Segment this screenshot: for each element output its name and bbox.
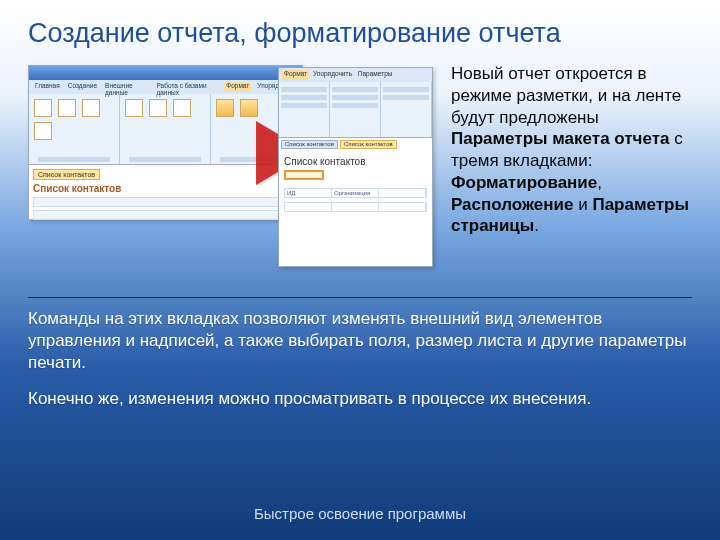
footer-text: Быстрое освоение программы (0, 505, 720, 522)
table-row (33, 210, 298, 220)
ribbon-button-icon (216, 99, 234, 117)
tab: Главная (33, 82, 62, 92)
report-title: Список контактов (284, 156, 427, 167)
document-tab: Список контактов (33, 169, 100, 180)
ribbon-button-icon (125, 99, 143, 117)
slide-title: Создание отчета, форматирование отчета (28, 18, 692, 49)
text: , (597, 173, 602, 192)
tab: Упорядочить (311, 70, 354, 80)
ribbon-tabs: Формат Упорядочить Параметры (279, 68, 432, 82)
bold-text: Расположение (451, 195, 573, 214)
ribbon-group (330, 82, 381, 137)
screenshot-area: Главная Создание Внешние данные Работа с… (28, 61, 433, 291)
ribbon-group (381, 82, 432, 137)
table-header-row: ИД Организация (284, 188, 427, 198)
ribbon-button-icon (34, 122, 52, 140)
column-header: Организация (332, 189, 379, 197)
ribbon-group (29, 94, 120, 164)
bold-text: Форматирование (451, 173, 597, 192)
ribbon-tabs: Главная Создание Внешние данные Работа с… (29, 80, 302, 94)
column-header: ИД (285, 189, 332, 197)
tab: Работа с базами данных (154, 82, 220, 92)
document-tab: Список контактов (340, 140, 397, 149)
text: . (534, 216, 539, 235)
tab: Внешние данные (103, 82, 150, 92)
selected-control (284, 170, 324, 180)
tab-active: Формат (282, 70, 309, 80)
document-area: Список контактов ИД Организация (279, 151, 432, 266)
intro-text: Новый отчет откроется в режиме разметки,… (451, 61, 692, 237)
window-titlebar (29, 66, 302, 80)
tab: Создание (66, 82, 99, 92)
screenshot-composite: Главная Создание Внешние данные Работа с… (28, 61, 433, 291)
tab-active: Формат (224, 82, 251, 92)
ribbon-body (279, 82, 432, 137)
text: Новый отчет откроется в режиме разметки,… (451, 64, 681, 127)
divider (28, 297, 692, 298)
ribbon-button-icon (34, 99, 52, 117)
ribbon-button-icon (240, 99, 258, 117)
slide: Создание отчета, форматирование отчета Г… (0, 0, 720, 540)
right-screenshot: Формат Упорядочить Параметры Список конт… (278, 67, 433, 267)
ribbon-button-icon (58, 99, 76, 117)
ribbon-group (279, 82, 330, 137)
ribbon-group (120, 94, 211, 164)
table-header-row (33, 197, 298, 207)
top-row: Главная Создание Внешние данные Работа с… (28, 61, 692, 291)
paragraph: Конечно же, изменения можно просматриват… (28, 388, 692, 410)
table-row (284, 202, 427, 212)
column-header (379, 189, 426, 197)
document-tab: Список контактов (281, 140, 338, 149)
text: и (573, 195, 592, 214)
tab: Параметры (356, 70, 395, 80)
ribbon-button-icon (82, 99, 100, 117)
bold-text: Параметры макета отчета (451, 129, 670, 148)
ribbon-button-icon (173, 99, 191, 117)
document-tabbar: Список контактов Список контактов (279, 137, 432, 151)
ribbon-button-icon (149, 99, 167, 117)
paragraph: Команды на этих вкладках позволяют измен… (28, 308, 692, 374)
